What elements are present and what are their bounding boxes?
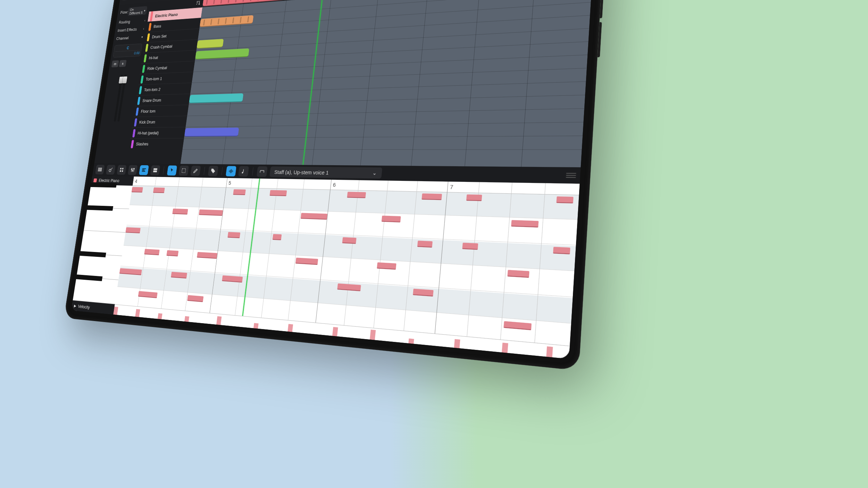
midi-note[interactable] <box>337 284 361 292</box>
disclosure-triangle-icon[interactable]: ▶ <box>74 303 76 308</box>
audio-view-button[interactable] <box>226 166 236 176</box>
back-button[interactable]: ‹ <box>122 0 129 1</box>
pointer-tool[interactable] <box>167 166 177 176</box>
notation-view-button[interactable] <box>238 166 249 177</box>
piano-roll-track-label: Electric Piano <box>98 178 119 183</box>
track-row[interactable]: Slashes <box>128 138 184 149</box>
velocity-bar[interactable] <box>113 307 118 315</box>
svg-rect-3 <box>101 168 102 171</box>
track-color-swatch <box>135 107 139 116</box>
track-row[interactable]: Floor tom <box>133 105 189 117</box>
sort-icon[interactable] <box>195 0 201 6</box>
midi-note[interactable] <box>508 270 530 278</box>
flow-dropdown[interactable]: On Different S ▾ <box>128 6 148 16</box>
channel-section[interactable]: Channel ▾ <box>115 33 144 43</box>
midi-note[interactable] <box>269 190 287 196</box>
midi-note[interactable] <box>377 262 397 270</box>
midi-note[interactable] <box>273 234 282 240</box>
velocity-bar[interactable] <box>454 339 460 348</box>
velocity-bar[interactable] <box>184 316 189 322</box>
track-name: Electric Piano <box>155 12 178 18</box>
midi-note[interactable] <box>199 210 223 216</box>
chevron-down-icon: ⌄ <box>372 170 377 176</box>
velocity-bar[interactable] <box>135 309 140 317</box>
midi-note[interactable] <box>413 289 433 297</box>
midi-note[interactable] <box>144 249 160 255</box>
chevron-left-icon: ‹ <box>143 27 144 31</box>
svg-rect-17 <box>182 169 185 173</box>
resize-handle[interactable] <box>566 173 576 178</box>
piano-roll-grid[interactable]: 4567 <box>113 177 579 359</box>
mixer-icon[interactable] <box>128 165 138 175</box>
arrangement-timeline[interactable]: 123 <box>181 0 593 167</box>
grid-icon[interactable] <box>117 165 126 175</box>
track-row[interactable]: Snare Drum <box>135 94 190 106</box>
track-row[interactable]: Kick Drum <box>132 116 187 127</box>
pedal-icon[interactable] <box>257 166 268 177</box>
midi-note[interactable] <box>295 258 318 265</box>
velocity-bar[interactable] <box>332 327 338 336</box>
track-name: Ride Cymbal <box>147 65 167 71</box>
clip[interactable] <box>189 93 243 103</box>
clip[interactable] <box>197 39 224 49</box>
bar-number: 6 <box>330 180 448 192</box>
piano-roll-button[interactable] <box>139 165 149 175</box>
midi-note[interactable] <box>417 241 433 247</box>
svg-rect-6 <box>122 168 124 169</box>
svg-rect-1 <box>99 168 100 171</box>
midi-note[interactable] <box>556 196 573 203</box>
midi-note[interactable] <box>466 194 482 201</box>
track-color-swatch <box>140 75 144 84</box>
track-name: Slashes <box>136 142 149 146</box>
draw-tool[interactable] <box>190 166 201 176</box>
voice-dropdown[interactable]: Staff (a), Up-stem voice 1 ⌄ <box>269 166 382 178</box>
midi-note[interactable] <box>347 192 366 198</box>
clip[interactable] <box>184 128 239 137</box>
midi-note[interactable] <box>227 232 240 238</box>
midi-note[interactable] <box>553 247 570 254</box>
svg-rect-21 <box>232 170 232 173</box>
midi-note[interactable] <box>125 227 141 233</box>
svg-rect-16 <box>153 170 157 172</box>
midi-note[interactable] <box>233 189 246 195</box>
midi-note[interactable] <box>422 193 442 200</box>
track-name: Crash Cymbal <box>150 44 173 50</box>
velocity-bar[interactable] <box>216 316 222 325</box>
midi-note[interactable] <box>172 209 188 214</box>
midi-note[interactable] <box>462 243 478 250</box>
midi-note[interactable] <box>301 213 327 220</box>
channel-mute-button[interactable]: m <box>111 60 119 67</box>
midi-note[interactable] <box>132 187 143 193</box>
velocity-bar[interactable] <box>370 330 376 340</box>
midi-note[interactable] <box>504 321 532 330</box>
tag-icon[interactable] <box>208 166 219 176</box>
track-color-swatch <box>134 118 137 126</box>
velocity-bar[interactable] <box>253 323 259 329</box>
midi-note[interactable] <box>382 216 401 222</box>
velocity-lane[interactable] <box>113 304 570 359</box>
svg-rect-2 <box>100 168 101 171</box>
velocity-bar[interactable] <box>502 343 508 353</box>
velocity-bar[interactable] <box>409 338 414 344</box>
voice-label: Staff (a), Up-stem voice 1 <box>274 169 329 175</box>
piano-keys-icon[interactable] <box>95 165 105 175</box>
velocity-bar[interactable] <box>158 313 162 319</box>
track-row[interactable]: Tom-tom 2 <box>136 83 192 95</box>
track-row[interactable]: Hi-hat (pedal) <box>130 127 186 138</box>
track-name: Hi-hat (pedal) <box>137 131 159 135</box>
marquee-tool[interactable] <box>178 166 189 176</box>
midi-note[interactable] <box>342 237 357 244</box>
channel-readout: C 0.00 <box>113 43 142 58</box>
midi-note[interactable] <box>511 220 539 228</box>
automation-icon[interactable] <box>150 165 160 175</box>
svg-rect-15 <box>153 168 157 170</box>
velocity-bar[interactable] <box>546 346 553 357</box>
midi-note[interactable] <box>153 187 165 193</box>
svg-rect-19 <box>230 170 231 173</box>
channel-fader[interactable] <box>103 74 137 122</box>
velocity-bar[interactable] <box>287 324 293 332</box>
track-name: Tom-tom 2 <box>144 87 161 92</box>
guitar-icon[interactable] <box>106 165 116 175</box>
channel-solo-button[interactable]: s <box>119 60 127 67</box>
midi-note[interactable] <box>166 250 178 256</box>
